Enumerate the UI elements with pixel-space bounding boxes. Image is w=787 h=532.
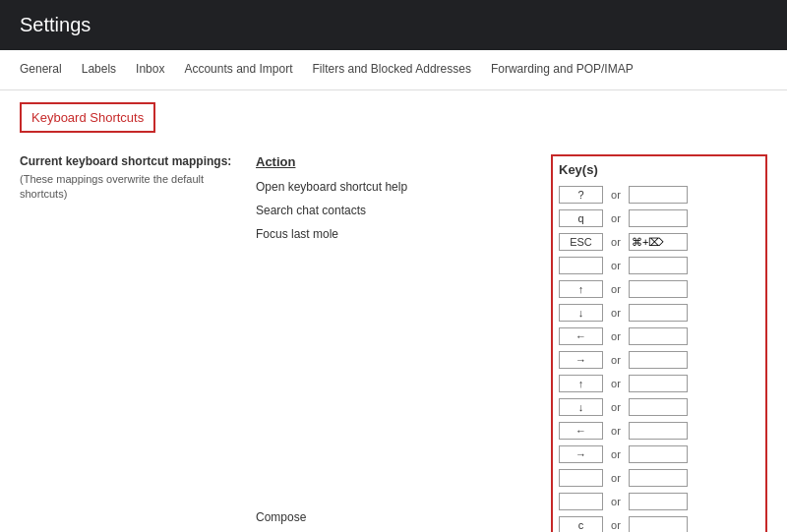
or-1: or <box>607 212 625 224</box>
key-box-3 <box>559 257 603 274</box>
action-row <box>256 482 512 505</box>
action-row: Open keyboard shortcut help <box>256 175 512 199</box>
action-row: Focus last mole <box>256 222 512 246</box>
action-row <box>256 293 512 317</box>
or-13: or <box>607 496 625 507</box>
key-row-7: → or <box>559 348 759 372</box>
key-input-4[interactable] <box>629 280 688 298</box>
action-col-header: Action <box>256 154 512 169</box>
content-area: Current keyboard shortcut mappings: (The… <box>0 145 787 532</box>
or-10: or <box>607 425 625 437</box>
or-6: or <box>607 330 625 342</box>
keyboard-shortcuts-tab[interactable]: Keyboard Shortcuts <box>20 102 155 133</box>
action-row <box>256 387 512 411</box>
keys-section: Key(s) ? or q or ESC or or ↑ or <box>551 154 767 532</box>
action-row <box>256 458 512 482</box>
or-9: or <box>607 401 625 413</box>
or-0: or <box>607 189 625 201</box>
key-input-14[interactable] <box>629 516 688 532</box>
or-11: or <box>607 448 625 460</box>
tab-accounts[interactable]: Accounts and Import <box>174 50 302 90</box>
key-input-6[interactable] <box>629 327 688 345</box>
key-row-8: ↑ or <box>559 372 759 395</box>
keys-header: Key(s) <box>559 160 759 179</box>
key-input-1[interactable] <box>629 209 688 227</box>
key-input-5[interactable] <box>629 304 688 322</box>
action-row-compose: Compose <box>256 505 512 529</box>
key-box-13 <box>559 493 603 510</box>
key-row-2: ESC or <box>559 230 759 254</box>
tab-filters[interactable]: Filters and Blocked Addresses <box>303 50 481 90</box>
tab-labels[interactable]: Labels <box>72 50 126 90</box>
or-8: or <box>607 378 625 389</box>
or-14: or <box>607 519 625 531</box>
action-row <box>256 317 512 340</box>
action-row <box>256 269 512 293</box>
action-row <box>256 246 512 269</box>
action-row <box>256 340 512 364</box>
key-input-3[interactable] <box>629 257 688 274</box>
action-column: Action Open keyboard shortcut help Searc… <box>256 154 531 532</box>
key-input-7[interactable] <box>629 351 688 369</box>
nav-tabs: General Labels Inbox Accounts and Import… <box>0 50 787 90</box>
tab-inbox[interactable]: Inbox <box>126 50 174 90</box>
key-box-5: ↓ <box>559 304 603 322</box>
key-row-12: or <box>559 466 759 490</box>
action-row <box>256 364 512 387</box>
key-input-8[interactable] <box>629 375 688 392</box>
left-panel-title: Current keyboard shortcut mappings: <box>20 154 236 168</box>
key-box-1: q <box>559 209 603 227</box>
tab-forwarding[interactable]: Forwarding and POP/IMAP <box>481 50 643 90</box>
or-3: or <box>607 260 625 271</box>
key-box-0: ? <box>559 186 603 204</box>
section-header: Keyboard Shortcuts <box>0 90 787 145</box>
key-row-11: → or <box>559 443 759 466</box>
key-row-3: or <box>559 254 759 277</box>
or-7: or <box>607 354 625 366</box>
action-row: Search chat contacts <box>256 199 512 222</box>
key-box-11: → <box>559 445 603 463</box>
tab-general[interactable]: General <box>10 50 72 90</box>
key-input-2[interactable] <box>629 233 688 251</box>
action-row <box>256 435 512 458</box>
key-box-9: ↓ <box>559 398 603 416</box>
key-box-14: c <box>559 516 603 532</box>
key-box-12 <box>559 469 603 487</box>
key-row-0: ? or <box>559 183 759 207</box>
key-input-9[interactable] <box>629 398 688 416</box>
or-5: or <box>607 307 625 319</box>
key-row-4: ↑ or <box>559 277 759 301</box>
left-panel: Current keyboard shortcut mappings: (The… <box>20 154 236 532</box>
key-box-2: ESC <box>559 233 603 251</box>
left-panel-subtitle: (These mappings overwrite the default sh… <box>20 172 236 203</box>
action-row <box>256 411 512 435</box>
key-box-4: ↑ <box>559 280 603 298</box>
key-box-10: ← <box>559 422 603 440</box>
key-box-8: ↑ <box>559 375 603 392</box>
key-box-6: ← <box>559 327 603 345</box>
key-row-6: ← or <box>559 325 759 348</box>
or-12: or <box>607 472 625 484</box>
key-row-1: q or <box>559 207 759 230</box>
key-row-10: ← or <box>559 419 759 443</box>
app-title: Settings <box>20 14 91 35</box>
key-row-5: ↓ or <box>559 301 759 325</box>
title-bar: Settings <box>0 0 787 50</box>
key-row-14: c or <box>559 513 759 532</box>
or-2: or <box>607 236 625 248</box>
key-input-10[interactable] <box>629 422 688 440</box>
key-input-0[interactable] <box>629 186 688 204</box>
key-input-11[interactable] <box>629 445 688 463</box>
key-input-12[interactable] <box>629 469 688 487</box>
key-row-9: ↓ or <box>559 395 759 419</box>
or-4: or <box>607 283 625 295</box>
key-input-13[interactable] <box>629 493 688 510</box>
key-box-7: → <box>559 351 603 369</box>
key-row-13: or <box>559 490 759 513</box>
